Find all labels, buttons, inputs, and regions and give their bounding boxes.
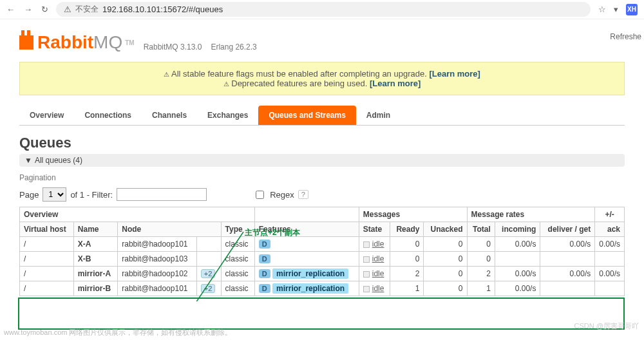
nav-icons: ← → ↻ bbox=[6, 5, 48, 14]
th-vhost[interactable]: Virtual host bbox=[20, 222, 74, 237]
th-incoming[interactable]: incoming bbox=[495, 222, 540, 237]
watermark: www.toymoban.com 网络图片仅供展示，非存储，如有侵权请联系删除。 bbox=[4, 328, 232, 337]
cell-unacked: 0 bbox=[424, 281, 467, 296]
durable-badge: D bbox=[259, 284, 270, 293]
th-state[interactable]: State bbox=[359, 222, 390, 237]
logo-text-1: Rabbit bbox=[37, 32, 93, 53]
cell-state: idle bbox=[359, 237, 390, 252]
browser-bar: ← → ↻ ⚠ 不安全 192.168.10.101:15672/#/queue… bbox=[0, 0, 644, 19]
cell-ack bbox=[595, 252, 625, 267]
chevron-down-icon: ▼ bbox=[24, 156, 32, 165]
cell-total: 1 bbox=[467, 281, 495, 296]
learn-more-link-2[interactable]: [Learn more] bbox=[370, 79, 421, 88]
cell-node: rabbit@hadoop102 bbox=[118, 267, 197, 281]
chevron-down-icon[interactable]: ▾ bbox=[614, 5, 618, 14]
cell-node-plus: +2 bbox=[196, 281, 221, 296]
th-name[interactable]: Name bbox=[73, 222, 117, 237]
cell-deliver: 0.00/s bbox=[540, 237, 595, 252]
group-overview: Overview bbox=[20, 207, 255, 222]
filter-input[interactable] bbox=[117, 188, 207, 201]
alert-line-1: All stable feature flags must be enabled… bbox=[171, 69, 427, 79]
cell-type: classic bbox=[221, 252, 254, 267]
cell-ready: 0 bbox=[390, 252, 424, 267]
replica-badge[interactable]: +2 bbox=[201, 269, 216, 278]
tab-exchanges[interactable]: Exchanges bbox=[197, 106, 258, 125]
th-total[interactable]: Total bbox=[467, 222, 495, 237]
cell-total: 0 bbox=[467, 237, 495, 252]
tab-overview[interactable]: Overview bbox=[19, 106, 74, 125]
cell-incoming: 0.00/s bbox=[495, 237, 540, 252]
th-unacked[interactable]: Unacked bbox=[424, 222, 467, 237]
table-row: / X-A rabbit@hadoop101 classic D idle 0 … bbox=[20, 237, 625, 252]
main-tabs: Overview Connections Channels Exchanges … bbox=[19, 106, 625, 126]
cell-node: rabbit@hadoop101 bbox=[118, 237, 197, 252]
refresh-label: Refreshe bbox=[610, 32, 644, 41]
th-deliver[interactable]: deliver / get bbox=[540, 222, 595, 237]
tab-channels[interactable]: Channels bbox=[142, 106, 197, 125]
rabbitmq-version: RabbitMQ 3.13.0 bbox=[144, 42, 202, 52]
cell-deliver: 0.00/s bbox=[540, 267, 595, 281]
state-indicator-icon bbox=[363, 286, 370, 292]
cell-name[interactable]: X-B bbox=[73, 252, 117, 267]
star-icon[interactable]: ☆ bbox=[598, 5, 606, 14]
extension-badge[interactable]: XH bbox=[626, 4, 638, 15]
cell-vhost: / bbox=[20, 237, 74, 252]
regex-label: Regex bbox=[270, 190, 294, 200]
alert-line-2: Deprecated features are being used. bbox=[231, 79, 367, 88]
group-blank bbox=[254, 207, 359, 222]
cell-type: classic bbox=[221, 237, 254, 252]
section-all-queues[interactable]: ▼ All queues (4) bbox=[19, 154, 625, 167]
cell-name[interactable]: mirrior-B bbox=[73, 281, 117, 296]
th-node[interactable]: Node bbox=[118, 222, 221, 237]
cell-incoming bbox=[495, 252, 540, 267]
cell-ready: 1 bbox=[390, 281, 424, 296]
cell-state: idle bbox=[359, 267, 390, 281]
state-indicator-icon bbox=[363, 241, 370, 248]
durable-badge: D bbox=[259, 240, 270, 249]
group-rates: Message rates bbox=[467, 207, 595, 222]
back-icon[interactable]: ← bbox=[6, 5, 15, 14]
alert-banner: ⚠ All stable feature flags must be enabl… bbox=[19, 62, 625, 95]
regex-help[interactable]: ? bbox=[298, 190, 308, 199]
url-text: 192.168.10.101:15672/#/queues bbox=[102, 5, 223, 14]
cell-ack bbox=[595, 281, 625, 296]
durable-badge: D bbox=[259, 254, 270, 263]
th-ack[interactable]: ack bbox=[595, 222, 625, 237]
cell-unacked: 0 bbox=[424, 237, 467, 252]
state-indicator-icon bbox=[363, 271, 370, 278]
page-select[interactable]: 1 bbox=[43, 187, 66, 202]
cell-features: D bbox=[254, 252, 359, 267]
queues-table: Overview Messages Message rates +/- Virt… bbox=[19, 207, 625, 296]
cell-features: D bbox=[254, 237, 359, 252]
cell-state: idle bbox=[359, 281, 390, 296]
reload-icon[interactable]: ↻ bbox=[41, 5, 48, 14]
section-label: All queues (4) bbox=[35, 156, 82, 165]
forward-icon[interactable]: → bbox=[24, 5, 32, 14]
cell-total: 0 bbox=[467, 252, 495, 267]
cell-name[interactable]: mirrior-A bbox=[73, 267, 117, 281]
group-messages: Messages bbox=[359, 207, 467, 222]
cell-type: classic bbox=[221, 281, 254, 296]
cell-incoming: 0.00/s bbox=[495, 267, 540, 281]
tab-queues[interactable]: Queues and Streams bbox=[258, 106, 355, 125]
cell-features: D mirrior_replication bbox=[254, 267, 359, 281]
feature-tag: mirrior_replication bbox=[272, 283, 348, 294]
replica-badge[interactable]: +2 bbox=[201, 284, 216, 293]
cell-features: D mirrior_replication bbox=[254, 281, 359, 296]
table-row: / mirrior-A rabbit@hadoop102 +2 classic … bbox=[20, 267, 625, 281]
cell-node-plus: +2 bbox=[196, 267, 221, 281]
header-row: RabbitMQTM RabbitMQ 3.13.0 Erlang 26.2.3 bbox=[19, 19, 625, 62]
th-ready[interactable]: Ready bbox=[390, 222, 424, 237]
group-plusminus[interactable]: +/- bbox=[595, 207, 625, 222]
regex-checkbox[interactable] bbox=[256, 191, 264, 199]
learn-more-link-1[interactable]: [Learn more] bbox=[429, 69, 480, 79]
cell-name[interactable]: X-A bbox=[73, 237, 117, 252]
address-bar[interactable]: ⚠ 不安全 192.168.10.101:15672/#/queues bbox=[56, 2, 591, 17]
page-title: Queues bbox=[19, 135, 625, 151]
tab-connections[interactable]: Connections bbox=[74, 106, 142, 125]
rabbitmq-logo[interactable]: RabbitMQTM bbox=[19, 32, 135, 53]
cell-ready: 0 bbox=[390, 237, 424, 252]
cell-unacked: 0 bbox=[424, 252, 467, 267]
erlang-version: Erlang 26.2.3 bbox=[211, 42, 256, 52]
tab-admin[interactable]: Admin bbox=[356, 106, 401, 125]
